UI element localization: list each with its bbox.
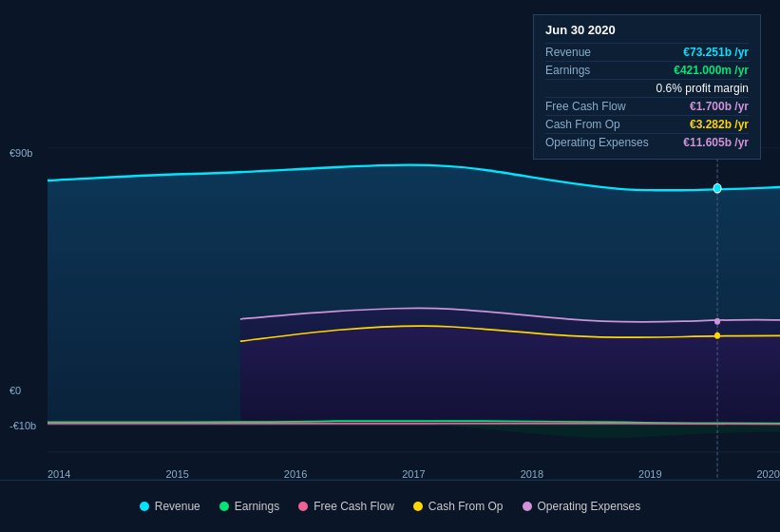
legend-label-earnings: Earnings	[235, 500, 279, 513]
x-label-2015: 2015	[165, 468, 188, 480]
x-label-2016: 2016	[284, 468, 307, 480]
legend-label-revenue: Revenue	[155, 500, 200, 513]
x-label-2014: 2014	[48, 468, 70, 480]
legend-opex[interactable]: Operating Expenses	[523, 500, 641, 513]
tooltip-margin-row: 0.6% profit margin	[545, 79, 749, 97]
tooltip-panel: Jun 30 2020 Revenue €73.251b /yr Earning…	[533, 14, 761, 160]
tooltip-cashop-row: Cash From Op €3.282b /yr	[545, 115, 749, 133]
tooltip-revenue-row: Revenue €73.251b /yr	[545, 43, 749, 61]
tooltip-cashop-value: €3.282b /yr	[690, 118, 749, 131]
chart-legend: Revenue Earnings Free Cash Flow Cash Fro…	[0, 480, 780, 532]
tooltip-earnings-value: €421.000m /yr	[674, 64, 749, 77]
legend-label-opex: Operating Expenses	[538, 500, 641, 513]
y-axis-top-label: €90b	[10, 147, 32, 159]
tooltip-revenue-value: €73.251b /yr	[683, 46, 749, 59]
tooltip-revenue-label: Revenue	[545, 46, 591, 59]
y-axis-zero-label: €0	[10, 385, 21, 396]
x-label-2018: 2018	[521, 468, 543, 480]
svg-point-10	[714, 332, 720, 339]
tooltip-cashop-label: Cash From Op	[545, 118, 620, 131]
tooltip-margin-value: 0.6% profit margin	[656, 82, 749, 95]
chart-svg-container	[48, 147, 780, 480]
tooltip-earnings-label: Earnings	[545, 64, 590, 77]
tooltip-earnings-row: Earnings €421.000m /yr	[545, 61, 749, 79]
tooltip-opex-label: Operating Expenses	[545, 136, 649, 149]
x-label-2017: 2017	[402, 468, 425, 480]
legend-dot-cashop	[413, 502, 423, 511]
tooltip-fcf-row: Free Cash Flow €1.700b /yr	[545, 97, 749, 115]
legend-fcf[interactable]: Free Cash Flow	[298, 500, 394, 513]
y-axis-neg-label: -€10b	[10, 420, 36, 431]
x-label-2019: 2019	[638, 468, 661, 480]
x-label-2020: 2020	[756, 468, 779, 480]
tooltip-fcf-label: Free Cash Flow	[545, 100, 626, 113]
legend-label-cashop: Cash From Op	[428, 500, 504, 513]
svg-point-9	[714, 318, 720, 325]
x-axis-labels: 2014 2015 2016 2017 2018 2019 2020	[48, 464, 780, 480]
legend-label-fcf: Free Cash Flow	[314, 500, 394, 513]
legend-earnings[interactable]: Earnings	[219, 500, 279, 513]
legend-dot-fcf	[298, 502, 308, 511]
legend-cashop[interactable]: Cash From Op	[413, 500, 504, 513]
legend-dot-revenue	[140, 502, 149, 511]
tooltip-opex-value: €11.605b /yr	[683, 136, 749, 149]
legend-dot-opex	[523, 502, 532, 511]
tooltip-fcf-value: €1.700b /yr	[690, 100, 749, 113]
tooltip-title: Jun 30 2020	[545, 23, 749, 37]
legend-revenue[interactable]: Revenue	[140, 500, 200, 513]
svg-point-8	[713, 184, 721, 193]
tooltip-opex-row: Operating Expenses €11.605b /yr	[545, 133, 749, 151]
legend-dot-earnings	[219, 502, 229, 511]
